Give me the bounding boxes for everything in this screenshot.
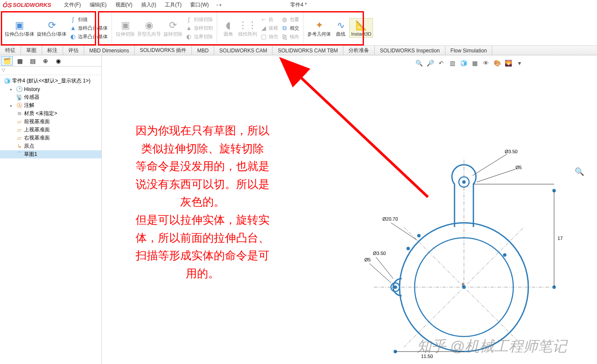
boundary-button[interactable]: ◐边界凸台/基体 bbox=[68, 32, 109, 41]
hud-display-style[interactable]: ▦ bbox=[470, 59, 479, 67]
sketch-icon: ⌒ bbox=[15, 151, 23, 158]
tree-origin[interactable]: ↳原点 bbox=[0, 142, 101, 150]
ribbon-group-features: ▣ 拉伸凸台/基体 ⟳ 旋转凸台/基体 ∫扫描 ▲放样凸台/基体 ◐边界凸台/基… bbox=[2, 10, 111, 46]
cut-boundary-button: ◐边界切除 bbox=[184, 32, 214, 41]
tab-sketch[interactable]: 草图 bbox=[21, 46, 42, 55]
hud-settings[interactable]: ▾ bbox=[515, 59, 524, 67]
sensor-icon: 📡 bbox=[15, 94, 23, 100]
extrude-boss-button[interactable]: ▣ 拉伸凸台/基体 bbox=[3, 18, 36, 37]
ref-geometry-button[interactable]: ✦参考几何体 bbox=[306, 18, 332, 37]
draft-button: ◢拔模 bbox=[258, 24, 279, 32]
menu-tools[interactable]: 工具(T) bbox=[161, 1, 186, 9]
cut-extrude-button: ▣ 拉伸切除 bbox=[115, 18, 136, 37]
instant3d-button[interactable]: 📐Instant3D bbox=[349, 18, 373, 38]
sweep-button[interactable]: ∫扫描 bbox=[68, 15, 109, 24]
graphics-viewport[interactable]: 🔍 🔎 ↶ ▥ 🧊 ▦ 👁 🎨 🌄 ▾ 因为你现在只有草图，所以 类似拉伸切除、… bbox=[102, 55, 597, 364]
instant3d-icon: 📐 bbox=[355, 19, 367, 31]
sb-tab-config[interactable]: ▤ bbox=[27, 56, 39, 66]
logo-icon: ÓS bbox=[3, 1, 12, 9]
tab-swcam[interactable]: SOLIDWORKS CAM bbox=[214, 46, 273, 55]
hud-zoom-fit[interactable]: 🔍 bbox=[414, 59, 424, 67]
intersect-button[interactable]: ⧉相交 bbox=[279, 24, 300, 32]
mirror-button: ⧎镜向 bbox=[279, 32, 300, 41]
cut-revolve-button: ⟳ 旋转切除 bbox=[162, 18, 184, 37]
rib-button: ⌐筋 bbox=[258, 15, 279, 24]
dim-d6: 8 bbox=[462, 282, 464, 287]
menu-window[interactable]: 窗口(W) bbox=[186, 1, 213, 9]
svg-point-12 bbox=[503, 253, 506, 257]
svg-point-10 bbox=[462, 180, 466, 184]
logo-text: SOLIDWORKS bbox=[13, 2, 52, 8]
hud-section[interactable]: ▥ bbox=[448, 59, 457, 67]
svg-point-13 bbox=[406, 247, 410, 250]
tab-inspection[interactable]: SOLIDWORKS Inspection bbox=[375, 46, 445, 55]
menu-insert[interactable]: 插入(I) bbox=[137, 1, 161, 9]
svg-point-14 bbox=[417, 234, 421, 237]
tab-mbd-dim[interactable]: MBD Dimensions bbox=[84, 46, 135, 55]
tree-sketch1[interactable]: ⌒草图1 bbox=[0, 150, 101, 158]
expand-icon[interactable]: ▸ bbox=[10, 87, 15, 91]
svg-line-22 bbox=[376, 257, 393, 279]
hud-prev-view[interactable]: ↶ bbox=[436, 59, 446, 67]
tab-evaluate[interactable]: 评估 bbox=[63, 46, 84, 55]
pattern-icon: ⋮⋮ bbox=[242, 19, 254, 31]
history-icon: 🕑 bbox=[15, 86, 23, 92]
intersect-icon: ⧉ bbox=[281, 24, 288, 32]
doc-title: 零件4 * bbox=[290, 1, 307, 9]
tree-sensors[interactable]: 📡传感器 bbox=[0, 93, 101, 101]
mirror-icon: ⧎ bbox=[281, 33, 288, 40]
feature-tree: 🧊零件4 (默认<<默认>_显示状态 1>) ▸🕑History 📡传感器 ▸Ⓐ… bbox=[0, 75, 101, 364]
hud-appearance[interactable]: 🎨 bbox=[492, 59, 502, 67]
tree-top-plane[interactable]: ▱上视基准面 bbox=[0, 126, 101, 134]
feature-manager: 🗂️ ▦ ▤ ⊕ ◉ ▽ 🧊零件4 (默认<<默认>_显示状态 1>) ▸🕑Hi… bbox=[0, 55, 102, 364]
plane-icon: ▱ bbox=[15, 135, 23, 141]
tab-analysis[interactable]: 分析准备 bbox=[343, 46, 375, 55]
tree-material[interactable]: ≋材质 <未指定> bbox=[0, 109, 101, 118]
sb-tab-property[interactable]: ▦ bbox=[14, 56, 26, 66]
tree-annotations[interactable]: ▸Ⓐ注解 bbox=[0, 101, 101, 109]
annotation-icon: Ⓐ bbox=[15, 102, 23, 109]
tree-history[interactable]: ▸🕑History bbox=[0, 85, 101, 93]
extrude-icon: ▣ bbox=[14, 19, 26, 31]
svg-line-19 bbox=[477, 169, 515, 182]
ribbon-tabs: 特征 草图 标注 评估 MBD Dimensions SOLIDWORKS 插件… bbox=[0, 46, 597, 55]
tab-annotate[interactable]: 标注 bbox=[42, 46, 63, 55]
curves-button[interactable]: ∿曲线 bbox=[332, 18, 349, 37]
loft-button[interactable]: ▲放样凸台/基体 bbox=[68, 24, 109, 32]
tree-filter[interactable]: ▽ bbox=[0, 67, 101, 75]
tab-features[interactable]: 特征 bbox=[0, 46, 21, 55]
tab-mbd[interactable]: MBD bbox=[192, 46, 214, 55]
menu-overflow-icon[interactable]: ⋆ ▾ bbox=[216, 3, 222, 7]
main: 🗂️ ▦ ▤ ⊕ ◉ ▽ 🧊零件4 (默认<<默认>_显示状态 1>) ▸🕑Hi… bbox=[0, 55, 597, 364]
dim-d4: Ø5 bbox=[364, 257, 371, 262]
magnify-icon[interactable]: 🔍 bbox=[575, 167, 584, 176]
draft-icon: ◢ bbox=[260, 24, 267, 32]
heads-up-toolbar: 🔍 🔎 ↶ ▥ 🧊 ▦ 👁 🎨 🌄 ▾ bbox=[414, 59, 524, 67]
tree-root[interactable]: 🧊零件4 (默认<<默认>_显示状态 1>) bbox=[0, 77, 101, 85]
sb-tab-display[interactable]: ◉ bbox=[52, 56, 64, 66]
part-icon: 🧊 bbox=[3, 78, 11, 84]
sidebar-tabs: 🗂️ ▦ ▤ ⊕ ◉ bbox=[0, 55, 101, 67]
revolve-boss-button[interactable]: ⟳ 旋转凸台/基体 bbox=[36, 18, 68, 37]
hole-icon: ◉ bbox=[143, 19, 155, 31]
hud-hide-show[interactable]: 👁 bbox=[481, 59, 491, 67]
sb-tab-dim[interactable]: ⊕ bbox=[39, 56, 52, 66]
rib-icon: ⌐ bbox=[260, 15, 267, 23]
hud-view-orient[interactable]: 🧊 bbox=[459, 59, 468, 67]
curves-icon: ∿ bbox=[335, 19, 347, 31]
tree-right-plane[interactable]: ▱右视基准面 bbox=[0, 134, 101, 142]
tab-addins[interactable]: SOLIDWORKS 插件 bbox=[135, 46, 192, 55]
menu-file[interactable]: 文件(F) bbox=[60, 1, 85, 9]
tab-swcam-tbm[interactable]: SOLIDWORKS CAM TBM bbox=[273, 46, 343, 55]
hud-scene[interactable]: 🌄 bbox=[503, 59, 513, 67]
sb-tab-feature-tree[interactable]: 🗂️ bbox=[1, 56, 13, 66]
menu-view[interactable]: 视图(V) bbox=[111, 1, 137, 9]
svg-line-21 bbox=[370, 264, 391, 283]
expand-icon[interactable]: ▸ bbox=[10, 103, 15, 108]
hud-zoom-area[interactable]: 🔎 bbox=[425, 59, 435, 67]
loft-icon: ▲ bbox=[69, 24, 77, 32]
app-logo: ÓS SOLIDWORKS bbox=[3, 1, 51, 9]
tree-front-plane[interactable]: ▱前视基准面 bbox=[0, 118, 101, 126]
tab-flowsim[interactable]: Flow Simulation bbox=[445, 46, 493, 55]
menu-edit[interactable]: 编辑(E) bbox=[85, 1, 111, 9]
